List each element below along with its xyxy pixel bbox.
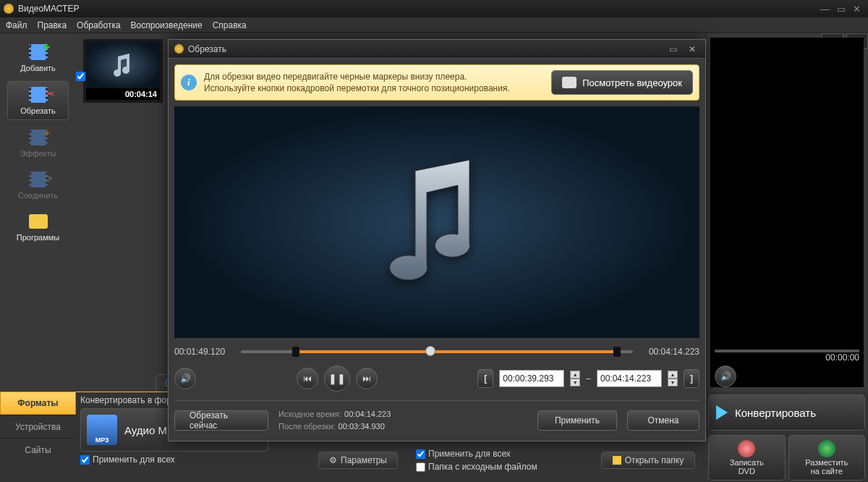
thumbnail-duration: 00:04:14 xyxy=(86,88,160,100)
menu-edit[interactable]: Правка xyxy=(38,20,67,30)
dialog-logo-icon xyxy=(174,44,184,54)
cancel-button[interactable]: Отмена xyxy=(627,410,699,431)
camera-icon xyxy=(562,77,576,88)
convert-button[interactable]: Конвертировать xyxy=(708,394,865,431)
play-triangle-icon xyxy=(716,405,728,420)
film-star-icon xyxy=(24,127,53,148)
film-plus-icon xyxy=(24,42,53,62)
sidebar-programs[interactable]: Программы xyxy=(7,208,69,246)
sidebar: Добавить Обрезать Эффекты Соединить Прог… xyxy=(0,33,76,392)
dialog-title: Обрезать xyxy=(188,44,661,54)
cut-dialog: Обрезать ▭ ✕ i Для обрезки видео передви… xyxy=(168,39,706,441)
sidebar-effects[interactable]: Эффекты xyxy=(7,124,69,162)
tip-bar: i Для обрезки видео передвигайте черные … xyxy=(174,64,699,101)
dialog-close-button[interactable]: ✕ xyxy=(685,44,699,54)
divider xyxy=(174,400,699,401)
menu-help[interactable]: Справка xyxy=(213,20,247,30)
timeline-selection xyxy=(296,350,617,353)
prev-frame-button[interactable]: ⏮ xyxy=(297,368,318,389)
menu-playback[interactable]: Воспроизведение xyxy=(131,20,203,30)
globe-icon xyxy=(818,440,835,457)
in-time-spinner[interactable]: ▲▼ xyxy=(570,371,580,386)
film-scissor-icon xyxy=(24,85,53,105)
cut-now-button[interactable]: Обрезать сейчас xyxy=(174,410,268,431)
timeline-end-time: 00:04:14.223 xyxy=(640,347,699,357)
clip-thumbnail[interactable]: 00:04:14 xyxy=(83,39,163,103)
sidebar-join[interactable]: Соединить xyxy=(7,166,69,204)
timeline-marker-left[interactable] xyxy=(292,347,299,357)
folder-icon xyxy=(613,456,621,465)
dialog-bottom-row: Обрезать сейчас Исходное время:00:04:14.… xyxy=(174,408,699,432)
publish-button[interactable]: Разместить на сайте xyxy=(788,435,866,481)
set-out-button[interactable]: ] xyxy=(684,369,699,388)
clip-checkbox[interactable] xyxy=(76,72,85,81)
thumbnail-image xyxy=(86,42,160,88)
menu-file[interactable]: Файл xyxy=(6,20,27,30)
burn-dvd-button[interactable]: Записать DVD xyxy=(708,435,786,481)
timeline-marker-right[interactable] xyxy=(613,347,621,357)
app-title: ВидеоМАСТЕР xyxy=(18,4,79,14)
next-frame-button[interactable]: ⏭ xyxy=(356,368,378,389)
preview-video: 00:00:00 🔊 xyxy=(710,38,864,387)
volume-icon[interactable]: 🔊 xyxy=(715,365,736,387)
dvd-icon xyxy=(738,440,755,457)
titlebar: ВидеоМАСТЕР — ▭ ✕ xyxy=(0,0,868,17)
apply-all-1-row: Применить для всех xyxy=(80,454,175,465)
close-button[interactable]: ✕ xyxy=(849,4,864,14)
dialog-titlebar[interactable]: Обрезать ▭ ✕ xyxy=(169,40,705,59)
play-pause-button[interactable]: ❚❚ xyxy=(324,365,350,392)
timeline-track[interactable] xyxy=(241,345,633,358)
key-icon xyxy=(24,211,53,232)
apply-all-1-checkbox[interactable] xyxy=(80,455,90,465)
music-note-icon xyxy=(383,156,491,289)
apply-all-2-checkbox[interactable] xyxy=(416,449,425,459)
in-time-input[interactable] xyxy=(499,370,564,387)
info-icon: i xyxy=(181,75,197,90)
open-folder-button[interactable]: Открыть папку xyxy=(601,452,695,469)
dialog-minimize-button[interactable]: ▭ xyxy=(665,44,681,54)
range-dash: – xyxy=(586,373,591,384)
source-folder-checkbox[interactable] xyxy=(416,462,425,472)
menu-process[interactable]: Обработка xyxy=(77,20,121,30)
minimize-button[interactable]: — xyxy=(817,4,833,14)
preview-panel: GIF ⛶ 00:00:00 🔊 xyxy=(705,33,868,392)
sidebar-cut[interactable]: Обрезать xyxy=(7,81,69,120)
watch-tutorial-button[interactable]: Посмотреть видеоурок xyxy=(551,70,693,95)
volume-button[interactable]: 🔊 xyxy=(174,368,196,389)
app-logo-icon xyxy=(4,4,14,14)
tab-formats[interactable]: Форматы xyxy=(0,392,76,415)
dialog-preview xyxy=(174,106,699,338)
maximize-button[interactable]: ▭ xyxy=(833,4,849,14)
film-link-icon xyxy=(24,169,53,190)
controls-row: 🔊 ⏮ ❚❚ ⏭ [ ▲▼ – ▲▼ ] xyxy=(174,365,699,392)
timeline: 00:01:49.120 00:04:14.223 xyxy=(174,345,699,358)
timeline-playhead[interactable] xyxy=(425,346,435,356)
tip-text: Для обрезки видео передвигайте черные ма… xyxy=(204,71,544,94)
params-button[interactable]: ⚙ Параметры xyxy=(318,452,398,469)
meta-info: Исходное время:00:04:14.223 После обрезк… xyxy=(278,408,391,432)
menubar: Файл Правка Обработка Воспроизведение Сп… xyxy=(0,17,868,33)
preview-time: 00:00:00 xyxy=(825,352,859,363)
out-time-spinner[interactable]: ▲▼ xyxy=(668,371,678,386)
gear-icon: ⚙ xyxy=(329,455,337,465)
out-time-input[interactable] xyxy=(597,370,662,387)
action-panel: Конвертировать Записать DVD Разместить н… xyxy=(705,392,868,482)
tab-devices[interactable]: Устройства xyxy=(0,415,76,438)
format-tabs: Форматы Устройства Сайты xyxy=(0,392,76,482)
mp3-icon: MP3 xyxy=(87,415,117,445)
set-in-button[interactable]: [ xyxy=(477,369,493,388)
tab-sites[interactable]: Сайты xyxy=(0,438,76,461)
sidebar-add[interactable]: Добавить xyxy=(7,39,69,77)
apply-button[interactable]: Применить xyxy=(537,410,617,431)
timeline-start-time: 00:01:49.120 xyxy=(174,347,234,357)
